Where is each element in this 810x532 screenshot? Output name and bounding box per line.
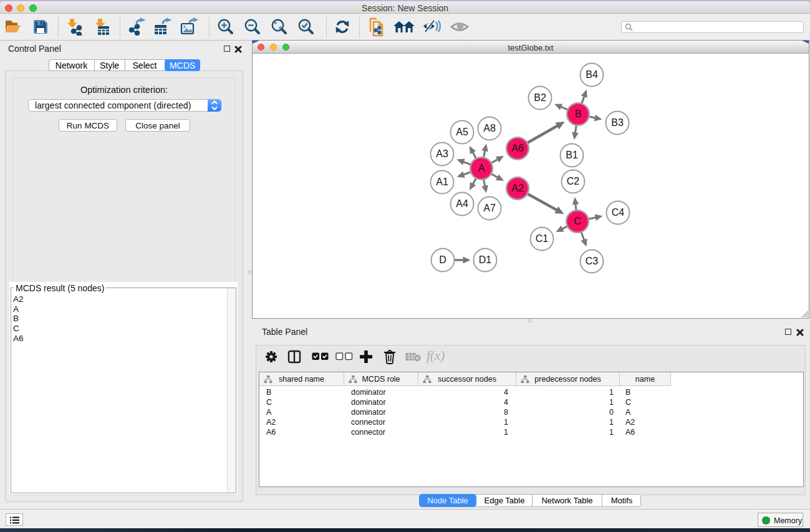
svg-text:A3: A3 [436,148,448,159]
svg-text:A6: A6 [511,143,524,153]
svg-text:D1: D1 [479,254,492,265]
svg-text:C3: C3 [586,256,599,266]
svg-text:C1: C1 [536,233,549,244]
svg-text:A2: A2 [511,183,524,193]
svg-text:C4: C4 [612,207,625,218]
svg-text:A5: A5 [456,127,468,137]
svg-text:A8: A8 [483,123,496,133]
svg-text:B1: B1 [566,150,578,160]
svg-text:D: D [439,254,446,265]
svg-text:A7: A7 [483,203,496,213]
svg-text:B3: B3 [611,117,624,128]
svg-text:A1: A1 [436,177,448,187]
svg-text:A4: A4 [456,198,468,209]
svg-text:A: A [478,163,485,173]
svg-text:B: B [575,109,582,119]
svg-text:B4: B4 [586,69,598,80]
svg-text:B2: B2 [534,92,546,103]
svg-text:C: C [574,216,581,226]
svg-text:C2: C2 [567,176,580,186]
